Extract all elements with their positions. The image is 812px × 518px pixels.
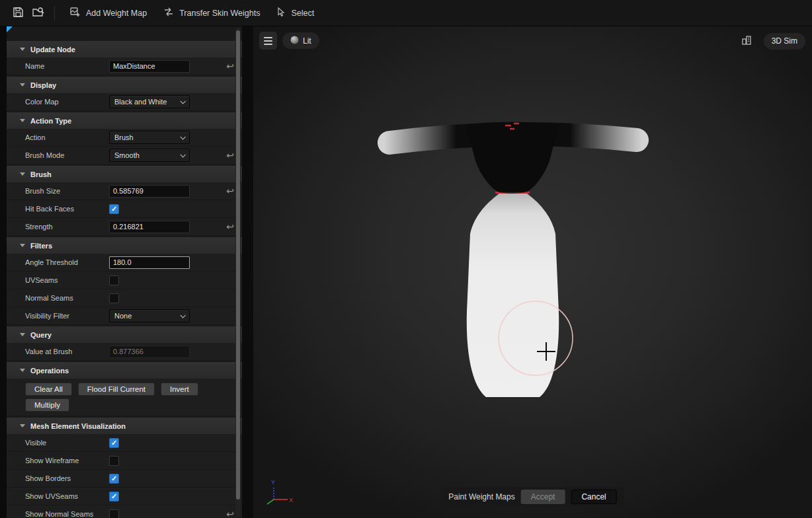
expander-triangle-icon	[20, 244, 25, 247]
strength-input[interactable]	[109, 221, 190, 233]
expander-triangle-icon	[20, 48, 25, 51]
section-update-node[interactable]: Update Node	[7, 41, 242, 57]
mesh-bodice	[466, 122, 559, 192]
browse-to-asset-button[interactable]	[28, 4, 48, 22]
section-query[interactable]: Query	[7, 326, 242, 343]
cancel-button[interactable]: Cancel	[571, 490, 616, 504]
reset-to-default-icon[interactable]: ↩	[226, 151, 234, 160]
dropdown-value: Brush	[114, 133, 134, 141]
viewport-3d[interactable]: Y X Lit 3D Si	[253, 26, 812, 518]
section-title: Filters	[30, 242, 52, 250]
save-button[interactable]	[8, 4, 28, 22]
reset-to-default-icon[interactable]: ↩	[226, 61, 234, 71]
property-label: Show Normal Seams	[7, 510, 109, 518]
brush-mode-dropdown[interactable]: Smooth	[109, 149, 190, 162]
lit-mode-button[interactable]: Lit	[282, 32, 319, 49]
transfer-skin-weights-icon	[163, 7, 175, 19]
dropdown-value: None	[114, 312, 132, 320]
property-label: Strength	[7, 223, 109, 231]
section-display[interactable]: Display	[7, 77, 242, 93]
section-mesh-element-visualization[interactable]: Mesh Element Visualization	[7, 418, 242, 434]
normal-seams-checkbox[interactable]	[109, 293, 119, 303]
preview-scene-icon	[741, 35, 753, 48]
select-button[interactable]: Select	[268, 3, 322, 23]
show-normal-seams-checkbox[interactable]	[109, 509, 119, 518]
name-input[interactable]	[109, 60, 190, 73]
property-label: Visibility Filter	[7, 312, 109, 320]
section-title: Action Type	[30, 117, 71, 125]
uvseams-checkbox[interactable]	[109, 276, 119, 285]
lit-label: Lit	[303, 36, 311, 46]
save-icon	[13, 7, 24, 20]
select-cursor-icon	[276, 7, 286, 19]
section-title: Operations	[30, 367, 69, 375]
details-panel: Update Node Name ↩ Display Color Map Bla…	[7, 26, 242, 518]
transfer-skin-weights-label: Transfer Skin Weights	[179, 9, 260, 18]
panel-scrollbar-thumb[interactable]	[236, 30, 240, 500]
property-label: Show Wireframe	[7, 457, 109, 464]
axis-gizmo: Y X	[267, 479, 293, 504]
row-show-normal-seams: Show Normal Seams ↩	[7, 505, 242, 518]
brush-size-input[interactable]	[109, 185, 190, 198]
add-weight-map-label: Add Weight Map	[86, 9, 147, 18]
row-value-at-brush: Value at Brush	[7, 343, 242, 361]
flood-fill-current-button[interactable]: Flood Fill Current	[78, 383, 155, 396]
clear-all-button[interactable]: Clear All	[25, 383, 72, 396]
reset-to-default-icon[interactable]: ↩	[226, 222, 234, 231]
show-wireframe-checkbox[interactable]	[109, 456, 119, 466]
sim-3d-button[interactable]: 3D Sim	[764, 33, 805, 50]
section-title: Display	[30, 81, 56, 89]
chevron-down-icon	[180, 152, 185, 157]
property-label: Angle Threshold	[7, 258, 109, 266]
row-angle-threshold: Angle Threshold	[7, 254, 242, 272]
dropdown-value: Black and White	[114, 98, 167, 106]
visibility-filter-dropdown[interactable]: None	[109, 309, 190, 322]
preview-scene-button[interactable]	[737, 32, 757, 50]
property-label: Name	[7, 62, 109, 70]
cloth-paint-tool-window: Add Weight Map Transfer Skin Weights Sel…	[0, 0, 812, 518]
invert-button[interactable]: Invert	[161, 383, 198, 396]
hit-back-faces-checkbox[interactable]	[109, 204, 119, 214]
add-weight-map-button[interactable]: Add Weight Map	[61, 3, 155, 23]
reset-to-default-icon[interactable]: ↩	[226, 186, 234, 196]
property-label: Show UVSeams	[7, 492, 109, 500]
row-uvseams: UVSeams	[7, 272, 242, 289]
multiply-button[interactable]: Multiply	[25, 398, 69, 412]
hamburger-icon	[264, 37, 272, 38]
section-brush[interactable]: Brush	[7, 166, 242, 182]
row-show-uvseams: Show UVSeams	[7, 488, 242, 505]
expander-triangle-icon	[20, 333, 25, 336]
viewport-menu-button[interactable]	[259, 32, 277, 50]
expander-triangle-icon	[20, 83, 25, 87]
expander-triangle-icon	[20, 424, 25, 427]
section-filters[interactable]: Filters	[7, 237, 242, 254]
reset-to-default-icon[interactable]: ↩	[226, 509, 234, 518]
row-brush-size: Brush Size ↩	[7, 182, 242, 200]
property-label: Action	[7, 133, 109, 141]
select-label: Select	[291, 9, 314, 18]
toolbar-separator	[54, 6, 55, 20]
property-label: Brush Size	[7, 187, 109, 195]
row-brush-mode: Brush Mode Smooth ↩	[7, 147, 242, 165]
expander-triangle-icon	[20, 172, 25, 176]
section-title: Update Node	[30, 46, 75, 54]
cloth-mesh-render: Y X	[253, 26, 812, 518]
property-label: Color Map	[7, 98, 109, 106]
viewport-topleft-controls: Lit	[259, 32, 319, 50]
accept-button[interactable]: Accept	[521, 490, 565, 504]
show-uvseams-checkbox[interactable]	[109, 492, 119, 501]
visible-checkbox[interactable]	[109, 438, 119, 448]
section-operations[interactable]: Operations	[7, 362, 242, 379]
paint-weight-maps-title: Paint Weight Maps	[448, 492, 515, 501]
chevron-down-icon	[180, 134, 185, 139]
angle-threshold-input[interactable]	[109, 256, 190, 269]
action-dropdown[interactable]: Brush	[109, 131, 190, 144]
sim-3d-label: 3D Sim	[772, 36, 797, 46]
panel-scrollbar[interactable]	[235, 28, 241, 517]
transfer-skin-weights-button[interactable]: Transfer Skin Weights	[155, 3, 268, 23]
show-borders-checkbox[interactable]	[109, 474, 119, 484]
section-action-type[interactable]: Action Type	[7, 112, 242, 129]
axis-y-label: Y	[271, 479, 275, 486]
property-label: Brush Mode	[7, 151, 109, 159]
color-map-dropdown[interactable]: Black and White	[109, 95, 190, 108]
